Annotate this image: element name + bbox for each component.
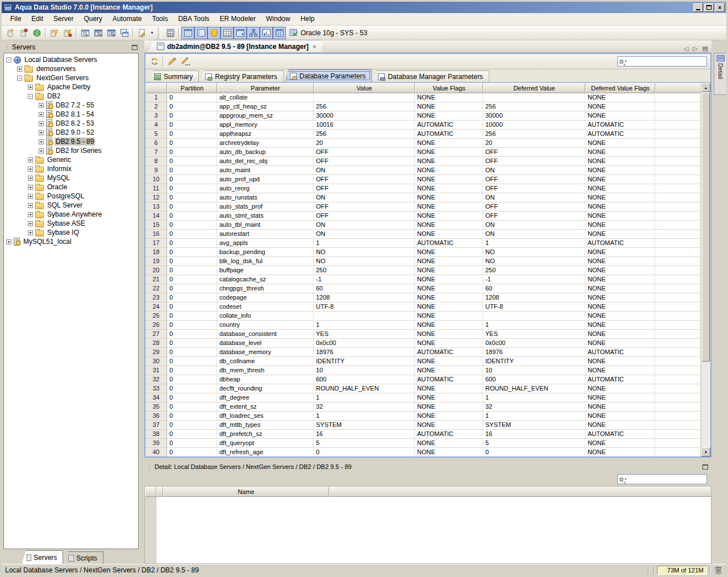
tab-registry-parameters[interactable]: Registry Parameters (200, 70, 283, 82)
menu-item-tools[interactable]: Tools (147, 14, 173, 24)
table-cell[interactable]: OFF (314, 202, 415, 211)
table-cell[interactable]: alt_collate (217, 93, 314, 102)
table-cell[interactable]: -1 (483, 275, 585, 284)
table-cell[interactable]: AUTOMATIC (585, 121, 655, 130)
table-cell[interactable]: 0x0c00 (314, 339, 415, 348)
table-cell[interactable]: NONE (415, 166, 483, 175)
table-cell[interactable]: NONE (585, 302, 655, 312)
table-cell[interactable]: ON (483, 230, 585, 239)
table-cell[interactable]: NONE (415, 312, 483, 321)
table-cell[interactable]: 0 (167, 439, 217, 448)
table-cell[interactable]: database_memory (217, 348, 314, 357)
table-cell[interactable]: AUTOMATIC (585, 348, 655, 357)
tree-item-mysql[interactable]: +MySQL (4, 173, 138, 182)
table-cell[interactable]: 0 (167, 193, 217, 202)
table-cell[interactable]: NONE (585, 330, 655, 339)
table-cell[interactable]: NONE (585, 448, 655, 456)
table-row[interactable]: 280database_level0x0c00NONE0x0c00NONE (145, 339, 701, 348)
table-cell[interactable]: NONE (415, 211, 483, 221)
table-cell[interactable]: auto_stmt_stats (217, 211, 314, 221)
table-cell[interactable]: auto_stats_prof (217, 202, 314, 211)
tree-expander-icon[interactable]: + (28, 194, 33, 199)
tree-expander-icon[interactable]: + (6, 239, 11, 244)
table-row[interactable]: 170avg_appls1AUTOMATIC1AUTOMATIC (145, 239, 701, 248)
table-cell[interactable]: NONE (585, 202, 655, 211)
table-cell[interactable]: decflt_rounding (217, 384, 314, 393)
table-cell[interactable]: NONE (415, 175, 483, 184)
schema-browser-button[interactable] (78, 27, 91, 39)
table-cell[interactable]: NONE (415, 366, 483, 375)
table-cell[interactable]: auto_reorg (217, 184, 314, 193)
table-row[interactable]: 340dft_degree1NONE1NONE (145, 393, 701, 402)
table-cell[interactable]: NONE (415, 230, 483, 239)
table-cell[interactable]: 1 (483, 412, 585, 421)
table-row[interactable]: 100auto_prof_updOFFNONEOFFNONE (145, 175, 701, 184)
table-cell[interactable]: 0 (167, 312, 217, 321)
table-cell[interactable]: NO (314, 257, 415, 266)
table-row[interactable]: 230codepage1208NONE1208NONE (145, 293, 701, 302)
table-cell[interactable]: 16 (314, 430, 415, 439)
table-cell[interactable]: 0 (167, 348, 217, 357)
table-cell[interactable]: db_mem_thresh (217, 366, 314, 375)
table-cell[interactable]: NONE (415, 393, 483, 402)
table-row[interactable]: 20app_ctl_heap_sz256NONE256NONE (145, 102, 701, 111)
table-row[interactable]: 350dft_extent_sz32NONE32NONE (145, 402, 701, 412)
table-cell[interactable]: 250 (314, 266, 415, 275)
table-cell[interactable]: 1 (314, 412, 415, 421)
table-row[interactable]: 320dbheap600AUTOMATIC600AUTOMATIC (145, 375, 701, 384)
table-cell[interactable]: NONE (415, 193, 483, 202)
table-cell[interactable]: -1 (314, 275, 415, 284)
query-analyzer-button[interactable] (91, 27, 105, 39)
table-cell[interactable]: AUTOMATIC (585, 430, 655, 439)
column-header-partition[interactable]: Partition (167, 83, 217, 93)
menu-item-automate[interactable]: Automate (107, 14, 147, 24)
table-cell[interactable]: NONE (415, 184, 483, 193)
table-cell[interactable]: auto_tbl_maint (217, 221, 314, 230)
table-cell[interactable]: 0 (314, 448, 415, 456)
table-cell[interactable]: OFF (314, 175, 415, 184)
table-row[interactable]: 380dft_prefetch_sz16AUTOMATIC16AUTOMATIC (145, 430, 701, 439)
table-cell[interactable]: dft_queryopt (217, 439, 314, 448)
table-cell[interactable]: 10 (483, 366, 585, 375)
table-cell[interactable]: AUTOMATIC (415, 430, 483, 439)
view-toggle-topology[interactable] (247, 27, 260, 39)
table-row[interactable]: 240codesetUTF-8NONEUTF-8NONE (145, 302, 701, 312)
table-row[interactable]: 370dft_mttb_typesSYSTEMNONESYSTEMNONE (145, 421, 701, 430)
connect-server-button[interactable] (30, 27, 43, 39)
table-cell[interactable]: NONE (585, 339, 655, 348)
table-cell[interactable]: NO (483, 257, 585, 266)
table-cell[interactable]: NONE (585, 266, 655, 275)
search-options-icon[interactable]: ▾ (625, 477, 627, 481)
table-cell[interactable]: NONE (415, 221, 483, 230)
scrollbar-thumb[interactable] (702, 93, 710, 362)
vertical-scrollbar[interactable]: ▲ ▼ (701, 83, 710, 456)
table-cell[interactable]: 0 (167, 221, 217, 230)
table-cell[interactable]: NONE (585, 166, 655, 175)
table-cell[interactable]: country (217, 321, 314, 330)
table-row[interactable]: 140auto_stmt_statsOFFNONEOFFNONE (145, 211, 701, 221)
view-toggle-form[interactable] (194, 27, 207, 39)
tab-database-parameters[interactable]: Database Parameters (285, 69, 372, 82)
table-cell[interactable]: NONE (585, 402, 655, 412)
tree-item-nextgen-servers[interactable]: -NextGen Servers (4, 73, 138, 82)
table-cell[interactable]: NONE (415, 384, 483, 393)
view-toggle-list[interactable] (273, 27, 286, 39)
table-cell[interactable]: NONE (585, 312, 655, 321)
table-row[interactable]: 30appgroup_mem_sz30000NONE30000NONE (145, 111, 701, 121)
tree-item-db2-8-1-54[interactable]: +DB2 8.1 - 54 (4, 110, 138, 119)
table-cell[interactable]: 0 (167, 321, 217, 330)
table-cell[interactable]: NO (314, 248, 415, 257)
tree-item-oracle[interactable]: +Oracle (4, 182, 138, 192)
table-cell[interactable] (314, 312, 415, 321)
tree-item-db2-9-0-52[interactable]: +DB2 9.0 - 52 (4, 128, 138, 137)
table-cell[interactable]: AUTOMATIC (415, 239, 483, 248)
tab-database-manager-parameters[interactable]: Database Manager Parameters (373, 70, 489, 82)
edit-parameter-button[interactable] (165, 55, 178, 68)
tree-expander-icon[interactable]: - (28, 94, 33, 99)
table-cell[interactable]: NONE (585, 175, 655, 184)
unregister-server-button[interactable] (17, 27, 30, 39)
tree-expander-icon[interactable]: + (28, 167, 33, 172)
table-cell[interactable]: 32 (314, 402, 415, 412)
table-cell[interactable]: auto_runstats (217, 193, 314, 202)
table-row[interactable]: 190blk_log_dsk_fulNONONENONONE (145, 257, 701, 266)
